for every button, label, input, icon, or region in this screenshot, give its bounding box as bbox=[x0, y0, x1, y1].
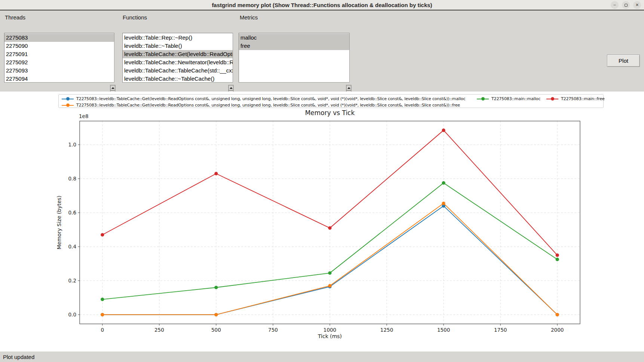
svg-text:0.0: 0.0 bbox=[68, 312, 76, 318]
list-item[interactable]: leveldb::TableCache::TableCache(std::__c… bbox=[123, 66, 233, 75]
scroll-up-button[interactable] bbox=[346, 85, 351, 90]
scroll-up-icon bbox=[111, 87, 114, 89]
list-item[interactable]: 2275090 bbox=[4, 42, 114, 50]
svg-text:1e8: 1e8 bbox=[79, 113, 88, 119]
svg-text:Memory Size (bytes): Memory Size (bytes) bbox=[56, 195, 62, 249]
svg-text:1.0: 1.0 bbox=[68, 142, 76, 148]
legend-label: T2275083::leveldb::TableCache::Get(level… bbox=[76, 103, 460, 108]
close-button[interactable]: ✕ bbox=[633, 1, 641, 9]
svg-text:750: 750 bbox=[268, 327, 278, 333]
legend-marker-icon bbox=[477, 97, 489, 101]
svg-text:250: 250 bbox=[154, 327, 164, 333]
threads-label: Threads bbox=[5, 14, 25, 21]
minimize-icon: – bbox=[613, 2, 616, 7]
scroll-up-button[interactable] bbox=[229, 85, 233, 90]
legend-marker-icon bbox=[62, 103, 74, 107]
metrics-listbox[interactable]: mallocfree bbox=[239, 33, 350, 83]
functions-label: Functions bbox=[123, 14, 147, 21]
legend-label: T2275083::main::malloc bbox=[491, 96, 540, 101]
chart-legend: T2275083::leveldb::TableCache::Get(level… bbox=[58, 94, 604, 108]
legend-label: T2275083::leveldb::TableCache::Get(level… bbox=[76, 96, 465, 101]
svg-text:0.8: 0.8 bbox=[68, 176, 76, 182]
legend-marker-icon bbox=[546, 97, 558, 101]
svg-text:2000: 2000 bbox=[551, 327, 564, 333]
maximize-button[interactable] bbox=[622, 1, 630, 9]
scroll-up-icon bbox=[230, 87, 233, 89]
svg-text:Memory vs Tick: Memory vs Tick bbox=[305, 109, 355, 117]
legend-label: T2275083::main::free bbox=[561, 96, 605, 101]
metrics-label: Metrics bbox=[240, 14, 258, 21]
list-item[interactable]: 2275091 bbox=[4, 50, 114, 58]
legend-marker-icon bbox=[62, 97, 74, 101]
svg-text:0.4: 0.4 bbox=[68, 244, 76, 250]
legend-entry: T2275083::main::free bbox=[546, 96, 605, 102]
status-text: Plot updated bbox=[3, 354, 34, 360]
list-item[interactable]: leveldb::Table::Rep::~Rep() bbox=[123, 34, 233, 42]
titlebar: fastgrind memory plot (Show Thread::Func… bbox=[0, 0, 644, 10]
list-item[interactable]: malloc bbox=[239, 34, 349, 42]
memory-chart: 0250500750100012501500175020000.00.20.40… bbox=[56, 108, 584, 350]
threads-listbox[interactable]: 2275083227509022750912275092227509322750… bbox=[4, 33, 114, 83]
list-item[interactable]: 2275092 bbox=[4, 58, 114, 66]
list-item[interactable]: leveldb::TableCache::Get(leveldb::ReadOp… bbox=[123, 50, 233, 58]
plot-button[interactable]: Plot bbox=[607, 55, 640, 67]
controls-panel: Threads 22750832275090227509122750922275… bbox=[0, 10, 644, 92]
list-item[interactable]: leveldb::TableCache::~TableCache() bbox=[123, 75, 233, 83]
legend-entry: T2275083::leveldb::TableCache::Get(level… bbox=[62, 102, 460, 108]
svg-text:0.6: 0.6 bbox=[68, 210, 76, 216]
list-item[interactable]: 2275093 bbox=[4, 66, 114, 75]
svg-text:1250: 1250 bbox=[380, 327, 393, 333]
svg-text:0.2: 0.2 bbox=[68, 278, 76, 284]
svg-text:0: 0 bbox=[101, 327, 104, 333]
functions-listbox[interactable]: leveldb::Table::Rep::~Rep()leveldb::Tabl… bbox=[122, 33, 233, 83]
svg-text:1750: 1750 bbox=[494, 327, 507, 333]
list-item[interactable]: 2275083 bbox=[4, 34, 114, 42]
close-icon: ✕ bbox=[635, 3, 639, 7]
chart-canvas: T2275083::leveldb::TableCache::Get(level… bbox=[0, 92, 644, 352]
minimize-button[interactable]: – bbox=[611, 1, 619, 9]
legend-entry: T2275083::leveldb::TableCache::Get(level… bbox=[62, 96, 465, 102]
svg-text:500: 500 bbox=[211, 327, 221, 333]
list-item[interactable]: free bbox=[239, 42, 349, 50]
list-item[interactable]: leveldb::Table::~Table() bbox=[123, 42, 233, 50]
window-controls: – ✕ bbox=[611, 1, 641, 9]
list-item[interactable]: leveldb::TableCache::NewIterator(leveldb… bbox=[123, 58, 233, 66]
legend-entry: T2275083::main::malloc bbox=[477, 96, 540, 102]
maximize-icon bbox=[625, 4, 628, 7]
scroll-up-icon bbox=[347, 87, 350, 89]
status-bar: Plot updated bbox=[0, 352, 644, 362]
window-title: fastgrind memory plot (Show Thread::Func… bbox=[212, 2, 432, 8]
scroll-up-button[interactable] bbox=[110, 85, 115, 90]
svg-text:Tick (ms): Tick (ms) bbox=[318, 333, 342, 339]
list-item[interactable]: 2275094 bbox=[4, 75, 114, 83]
app-window: fastgrind memory plot (Show Thread::Func… bbox=[0, 0, 644, 362]
svg-text:1500: 1500 bbox=[437, 327, 450, 333]
svg-text:1000: 1000 bbox=[323, 327, 336, 333]
